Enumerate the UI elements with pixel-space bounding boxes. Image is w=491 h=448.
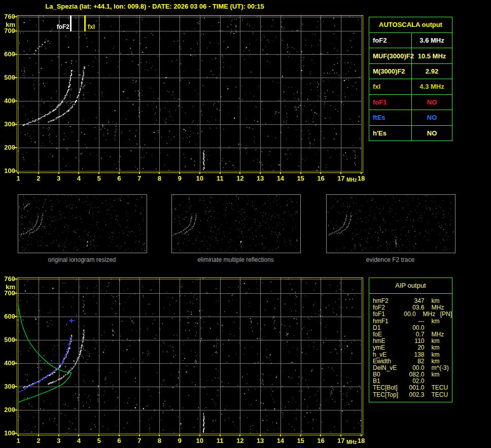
x-axis-tick: [38, 172, 39, 174]
x-axis-tick: [179, 434, 180, 436]
y-axis-tick: [13, 316, 17, 317]
autoscala-row: fxI 4.3 MHz: [369, 79, 452, 94]
thumbnail-eliminate-reflections: [171, 194, 301, 253]
autoscala-app-window: { "title": "La_Spezia (lat: +44.1, lon: …: [0, 0, 491, 448]
y-axis-tick: [13, 363, 17, 364]
x-tick-label: 10: [192, 437, 207, 444]
parameter-value: NO: [412, 129, 452, 137]
parameter-unit: km: [425, 352, 451, 358]
x-tick-label: 3: [51, 437, 66, 444]
x-axis-tick: [159, 434, 160, 436]
x-tick-label: 5: [91, 175, 107, 182]
y-axis-tick: [13, 170, 17, 171]
parameter-name: hmF1: [373, 318, 407, 325]
parameter-name: D1: [373, 325, 407, 331]
aip-row: ymE 20 km: [373, 344, 452, 351]
thumbnail-caption: eliminate multiple reflections: [171, 256, 300, 263]
y-axis-tick: [13, 386, 17, 387]
x-axis-tick: [179, 172, 180, 174]
parameter-unit: TECU: [425, 392, 451, 398]
parameter-unit: MHz: [416, 311, 439, 318]
aip-row: Ewidth 82 km: [373, 358, 452, 365]
autoscala-row: h'Es NO: [369, 126, 452, 141]
x-axis-tick: [78, 172, 79, 174]
autoscala-row: ftEs NO: [369, 110, 452, 125]
parameter-name: foF1: [373, 311, 402, 318]
x-axis-tick: [139, 172, 140, 174]
parameter-unit: km: [425, 344, 451, 351]
y-axis-tick: [13, 54, 17, 55]
thumbnail-plot: [327, 195, 454, 252]
top-ionogram-plot: [17, 16, 362, 171]
x-axis-tick: [58, 172, 59, 174]
aip-row: D1 00.0: [373, 325, 452, 331]
y-axis-unit: km: [0, 284, 15, 290]
parameter-unit: km: [425, 358, 451, 365]
x-axis-tick: [58, 434, 59, 436]
x-axis-tick: [239, 172, 240, 174]
x-tick-label: 3: [51, 175, 66, 182]
autoscala-row: foF1 NO: [369, 95, 452, 110]
y-axis-tick: [13, 339, 17, 340]
x-tick-label: 16: [313, 437, 328, 444]
bottom-ionogram-plot: [17, 278, 362, 434]
x-axis-tick: [260, 172, 261, 174]
autoscala-row: MUF(3000)F2 10.5 MHz: [369, 48, 452, 63]
x-tick-label: 2: [31, 437, 46, 444]
x-axis-tick: [340, 172, 341, 174]
x-tick-label: 2: [31, 175, 46, 182]
parameter-value: 82: [407, 358, 424, 365]
parameter-note: [451, 331, 452, 338]
x-axis-tick: [18, 434, 19, 436]
y-axis-tick: [13, 124, 17, 125]
x-axis-tick: [38, 434, 39, 436]
y-axis-tick: [13, 30, 17, 31]
x-tick-label: 16: [313, 175, 328, 182]
x-axis-tick: [159, 172, 160, 174]
aip-row: hmF1 --- km: [373, 318, 452, 325]
x-tick-label: 8: [152, 175, 167, 182]
bottom-ionogram-panel: [17, 278, 363, 435]
x-axis-tick: [18, 172, 19, 174]
parameter-note: [451, 371, 452, 378]
parameter-name: ftEs: [369, 110, 412, 125]
parameter-unit: [425, 325, 451, 331]
parameter-name: M(3000)F2: [369, 64, 412, 79]
parameter-value: ---: [407, 318, 424, 325]
parameter-note: [451, 344, 452, 351]
x-axis-tick: [199, 434, 200, 436]
parameter-unit: km: [425, 371, 451, 378]
y-axis-tick: [13, 433, 17, 434]
parameter-value: 20: [407, 344, 424, 351]
x-tick-label: 6: [112, 175, 127, 182]
x-axis-tick: [260, 434, 261, 436]
x-axis-tick: [199, 172, 200, 174]
y-axis-tick: [13, 409, 17, 410]
x-tick-label: 1: [11, 437, 26, 444]
x-tick-label: 11: [213, 437, 228, 444]
parameter-note: [451, 358, 452, 365]
aip-table-body: hmF2 347 km foF2 03.6 MHz foF1 00.0 MHz …: [369, 294, 452, 398]
x-axis-tick: [220, 434, 221, 436]
parameter-name: MUF(3000)F2: [369, 48, 412, 63]
x-tick-label: 4: [71, 175, 86, 182]
aip-table-title: AIP output: [369, 278, 452, 294]
parameter-note: [451, 338, 452, 344]
x-tick-label: 13: [253, 175, 268, 182]
x-tick-label: 13: [253, 437, 268, 444]
x-axis-tick: [119, 434, 120, 436]
x-tick-label: 12: [232, 175, 248, 182]
aip-row: TEC[Top] 002.3 TECU: [373, 392, 452, 398]
x-tick-label: 9: [172, 437, 187, 444]
x-tick-label: 9: [172, 175, 187, 182]
autoscala-row: foF2 3.6 MHz: [369, 33, 452, 48]
parameter-note: [451, 392, 452, 398]
x-tick-label: 11: [213, 175, 228, 182]
parameter-name: fxI: [369, 79, 412, 94]
x-axis-unit: MHz: [346, 439, 357, 445]
parameter-value: 00.0: [402, 311, 416, 318]
x-axis-tick: [320, 172, 321, 174]
parameter-value: 00.0: [407, 325, 424, 331]
parameter-name: h'Es: [369, 126, 412, 141]
autoscala-table-title: AUTOSCALA output: [369, 17, 452, 33]
